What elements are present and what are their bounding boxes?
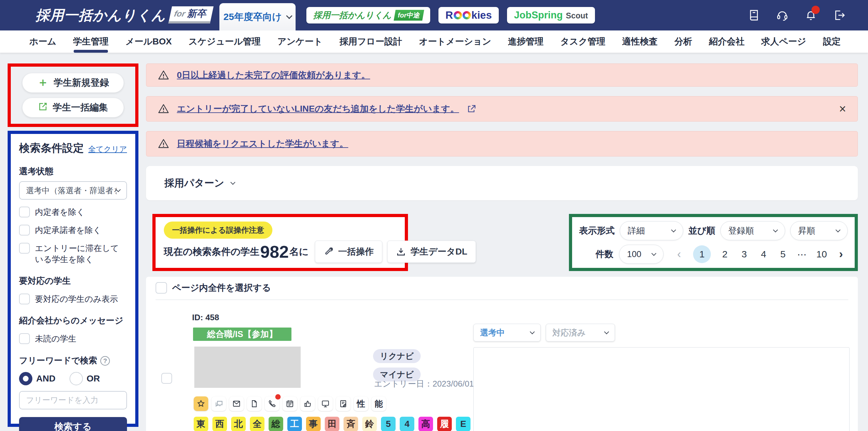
student-tag[interactable]: 履 (437, 417, 452, 431)
mail-icon[interactable] (229, 396, 244, 411)
nav-item-settings[interactable]: 設定 (823, 31, 841, 52)
recruit-pattern-section[interactable]: 採用パターン (146, 166, 858, 200)
main-content: 0日以上経過した未完了の評価依頼があります。 エントリーが完了していないLINE… (146, 64, 858, 431)
student-tag[interactable]: 西 (212, 417, 227, 431)
header-icon-group (747, 9, 846, 22)
student-tag[interactable]: 工 (287, 417, 302, 431)
selection-status-select[interactable]: 選考中（落選者・辞退者を… (19, 181, 127, 200)
alert-link[interactable]: エントリーが完了していないLINEの友だち追加をした学生がいます。 (177, 103, 459, 115)
nav-item-schedule[interactable]: スケジュール管理 (189, 31, 261, 52)
student-handled-select[interactable]: 対応済み (546, 324, 615, 341)
app-link-chuto[interactable]: 採用一括かんりくん for中途 (306, 7, 430, 24)
per-page-select[interactable]: 100 (619, 245, 663, 264)
nav-item-student-management[interactable]: 学生管理 (73, 31, 108, 52)
student-status-select[interactable]: 選考中 (473, 324, 541, 341)
student-tag[interactable]: 斉 (343, 417, 358, 431)
student-memo-box[interactable] (473, 347, 849, 431)
student-count: 982 (260, 242, 288, 262)
student-tag[interactable]: 田 (325, 417, 339, 431)
student-select-checkbox[interactable] (161, 373, 172, 384)
display-format-select[interactable]: 詳細 (620, 221, 683, 240)
nav-item-agencies[interactable]: 紹介会社 (709, 31, 744, 52)
download-student-data-button[interactable]: 学生データDL (387, 240, 476, 263)
chevron-down-icon (530, 329, 535, 334)
nav-item-survey[interactable]: アンケート (277, 31, 323, 52)
bulk-edit-students-button[interactable]: 学生一括編集 (22, 98, 124, 118)
nav-item-analytics[interactable]: 分析 (674, 31, 692, 52)
select-all-row[interactable]: ページ内全件を選択する (156, 282, 848, 294)
selection-status-label: 選考状態 (19, 166, 127, 177)
pagination-next[interactable]: › (836, 247, 846, 261)
student-tag[interactable]: 事 (306, 417, 321, 431)
checkbox (19, 207, 30, 218)
attention-only-checkbox[interactable]: 要対応の学生のみ表示 (19, 294, 127, 305)
thumbs-up-icon[interactable] (300, 396, 315, 411)
file-icon[interactable] (247, 396, 261, 411)
student-tag[interactable]: 5 (381, 417, 396, 431)
logout-icon[interactable] (833, 9, 846, 22)
survey-icon[interactable] (336, 396, 350, 411)
pagination-page-10[interactable]: 10 (816, 249, 827, 260)
aptitude-nou-button[interactable]: 能 (371, 396, 386, 411)
pagination-page-4[interactable]: 4 (758, 249, 769, 260)
clear-all-link[interactable]: 全てクリア (88, 144, 127, 154)
alert-link[interactable]: 0日以上経過した未完了の評価依頼があります。 (177, 69, 370, 81)
wrench-icon (323, 246, 334, 257)
student-tag[interactable]: 4 (400, 417, 414, 431)
calendar-icon[interactable] (283, 396, 297, 411)
nav-item-mailbox[interactable]: メールBOX (125, 31, 172, 52)
aptitude-sei-button[interactable]: 性 (354, 396, 368, 411)
exclude-offered-checkbox[interactable]: 内定者を除く (19, 207, 127, 218)
graduation-year-selector[interactable]: 25年度卒向け (219, 3, 296, 30)
close-icon[interactable]: × (839, 103, 846, 115)
phone-icon[interactable] (265, 396, 279, 411)
help-icon[interactable]: ? (100, 356, 110, 366)
monitor-icon[interactable] (318, 396, 333, 411)
nav-item-aptitude-test[interactable]: 適性検査 (622, 31, 657, 52)
bulk-action-button[interactable]: 一括操作 (315, 240, 382, 263)
exclude-entry-stage-checkbox[interactable]: エントリーに滞在している学生を除く (19, 243, 127, 265)
notifications-icon[interactable] (805, 9, 817, 22)
star-icon[interactable] (194, 396, 208, 411)
student-action-icons: 性 能 (194, 396, 386, 411)
nav-item-job-page[interactable]: 求人ページ (761, 31, 806, 52)
student-tag[interactable]: 北 (231, 417, 246, 431)
app-link-rookies[interactable]: Rkies (438, 7, 499, 24)
nav-item-progress[interactable]: 進捗管理 (508, 31, 544, 52)
rookies-logo: Rkies (445, 9, 492, 21)
and-radio[interactable]: AND (19, 372, 56, 385)
select-all-checkbox[interactable] (156, 282, 167, 294)
student-tag[interactable]: 鈴 (362, 417, 377, 431)
pagination-page-5[interactable]: 5 (777, 249, 788, 260)
student-list: ページ内全件を選択する ID: 458 総合職/IS【参加】 (146, 277, 858, 431)
freeword-search-label: フリーワードで検索? (19, 355, 127, 366)
student-tag[interactable]: 高 (418, 417, 433, 431)
sort-label: 並び順 (688, 225, 715, 237)
exclude-accepted-checkbox[interactable]: 内定承諾者を除く (19, 225, 127, 236)
student-tag[interactable]: E (456, 417, 470, 431)
sort-order-select[interactable]: 昇順 (790, 221, 848, 240)
alert-link[interactable]: 日程候補をリクエストした学生がいます。 (177, 138, 348, 150)
pagination-prev[interactable]: ‹ (674, 247, 684, 261)
unread-students-checkbox[interactable]: 未読の学生 (19, 333, 127, 344)
student-tag[interactable]: 総 (269, 417, 283, 431)
student-tag[interactable]: 全 (250, 417, 265, 431)
support-icon[interactable] (776, 9, 788, 22)
student-tag[interactable]: 東 (194, 417, 208, 431)
sort-key-select[interactable]: 登録順 (720, 221, 785, 240)
pagination-page-3[interactable]: 3 (739, 249, 750, 260)
nav-item-flow-design[interactable]: 採用フロー設計 (339, 31, 402, 52)
add-student-button[interactable]: ＋ 学生新規登録 (22, 73, 124, 93)
nav-item-tasks[interactable]: タスク管理 (560, 31, 606, 52)
app-link-jobspring[interactable]: JobSpringScout (507, 7, 595, 24)
search-button[interactable]: 検索する (19, 417, 127, 431)
nav-item-home[interactable]: ホーム (29, 31, 56, 52)
freeword-input[interactable] (19, 391, 127, 409)
pagination-page-2[interactable]: 2 (719, 249, 730, 260)
nav-item-automation[interactable]: オートメーション (419, 31, 491, 52)
chat-icon[interactable] (212, 396, 226, 411)
or-radio[interactable]: OR (69, 372, 100, 385)
entry-date: エントリー日：2023/06/01 (374, 378, 474, 390)
pagination-page-1[interactable]: 1 (693, 245, 711, 263)
manual-icon[interactable] (747, 9, 760, 22)
